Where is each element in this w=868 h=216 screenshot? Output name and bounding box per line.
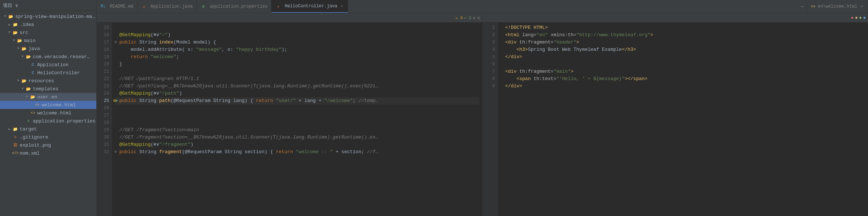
tab-readme[interactable]: M↓ README.md: [97, 0, 138, 13]
tab-close-hello-controller[interactable]: ×: [340, 4, 344, 9]
line-numbers-right: 1 2 3 4 5 6 7 8 9: [483, 23, 498, 216]
tree-item-user-en[interactable]: ▼ 📂 user.en: [0, 93, 96, 101]
tab-hello-controller[interactable]: ☕ HelloController.java ×: [271, 0, 348, 13]
code-text-16: @GetMapping(⊕∨"/"): [119, 31, 171, 39]
file-tree-panel: 项目 ∨ ▼ 📂 spring-view-manipulation-master…: [0, 0, 97, 216]
tab-label-hello-controller: HelloController.java: [285, 4, 337, 9]
line-num: 23: [97, 83, 109, 90]
tree-item-welcome-html-selected[interactable]: ▶ <> welcome.html: [0, 101, 96, 109]
right-editor-pane: ● ● ● ● 1 2 3 4 5 6 7 8 9: [483, 13, 868, 216]
line-numbers-left: 15 16 17 18 19 20 21 22 23 24 25 26 27 2…: [97, 23, 112, 216]
line-num: 18: [97, 46, 109, 53]
folder-open-icon: 📂: [21, 46, 27, 52]
tree-label: com.veracode.resear…: [33, 54, 90, 60]
tab-close-welcome[interactable]: ×: [859, 4, 864, 9]
tree-label: HelloController: [37, 70, 80, 76]
tree-item-spring-root[interactable]: ▼ 📂 spring-view-manipulation-master: [0, 12, 96, 20]
line-num: 1: [483, 24, 495, 31]
code-line-26: [115, 105, 479, 112]
line-num: 7: [483, 68, 495, 75]
gutter-25: ⚙ ▶: [112, 97, 119, 105]
expand-arrow: ▼: [7, 30, 12, 35]
code-text-29: //GET /fragment?section=main: [119, 126, 199, 134]
class-icon: C: [30, 62, 36, 68]
toolbar-down[interactable]: ∨: [477, 15, 480, 21]
code-text-25: public String path(@RequestParam String …: [119, 97, 378, 105]
tree-label: exploit.png: [20, 143, 51, 148]
tab-welcome-html[interactable]: <> en\welcome.html ×: [807, 0, 868, 13]
tree-item-nom-xml[interactable]: ▶ </> nom.xml: [0, 149, 96, 157]
main-editor-area: M↓ README.md ☕ Application.java ⚙ applic…: [97, 0, 868, 216]
tree-item-idea[interactable]: ▶ 📁 .idea: [0, 20, 96, 29]
toolbar-up[interactable]: ∧: [473, 15, 476, 21]
code-text-32: public String fragment(@RequestParam Str…: [119, 148, 378, 156]
code-text-26: [119, 105, 122, 112]
tree-item-exploit-png[interactable]: ▶ 🖼 exploit.png: [0, 141, 96, 149]
left-editor-scroll[interactable]: 15 16 17 18 19 20 21 22 23 24 25 26 27 2…: [97, 23, 482, 216]
right-toolbar-dot1: ●: [851, 15, 853, 20]
code-text-28: [119, 119, 122, 126]
tree-label: src: [20, 30, 28, 35]
tree-item-java[interactable]: ▼ 📂 java: [0, 45, 96, 53]
ok-badge: ✓ 2: [464, 15, 471, 20]
code-line-r1: <!DOCTYPE HTML>: [501, 24, 865, 31]
tree-item-resources[interactable]: ▼ 📂 resources: [0, 77, 96, 85]
tree-label: java: [28, 46, 40, 52]
code-text-23: //GET /path?lang=__$%7bnew%20java.util.S…: [119, 83, 378, 90]
html-tab-icon: <>: [811, 4, 815, 9]
code-text-30: //GET /fragment?section=__$%7bnew%20java…: [119, 134, 378, 141]
left-editor-toolbar: ⚠ 3 ✓ 2 ∧ ∨: [97, 13, 482, 23]
split-editors: ⚠ 3 ✓ 2 ∧ ∨ 15 16 17 18 19 20 21 22: [97, 13, 868, 216]
tree-item-main[interactable]: ▼ 📂 main: [0, 37, 96, 45]
expand-arrow: ▶: [7, 22, 12, 27]
gutter-warning-25: ⚙: [113, 97, 116, 105]
html-icon: <>: [34, 102, 40, 108]
tree-item-target[interactable]: ▶ 📁 target: [0, 125, 96, 133]
tree-item-application[interactable]: ▶ C Application: [0, 61, 96, 69]
expand-arrow: ▼: [20, 54, 25, 59]
code-line-32: ⚙ public String fragment(@RequestParam S…: [115, 148, 479, 156]
tree-item-src[interactable]: ▼ 📂 src: [0, 29, 96, 37]
line-num: 3: [483, 39, 495, 46]
code-text-19: return "welcome";: [119, 53, 179, 61]
tree-label: templates: [33, 86, 58, 92]
tree-item-hellocontroller[interactable]: ▶ C HelloController: [0, 69, 96, 77]
code-line-22: //GET /path?lang=en HTTP/1.1: [115, 75, 479, 83]
code-line-r4: <h3>Spring Boot Web Thymeleaf Example</h…: [501, 46, 865, 53]
file-tree[interactable]: ▼ 📂 spring-view-manipulation-master ▶ 📁 …: [0, 11, 96, 216]
gutter-17: ⚙: [112, 39, 119, 46]
line-num: 2: [483, 31, 495, 39]
code-content-right[interactable]: <!DOCTYPE HTML> <html lang="en" xmlns:th…: [498, 23, 868, 216]
tab-application-props[interactable]: ⚙ application.properties: [197, 0, 271, 13]
line-num: 32: [97, 148, 109, 156]
code-text-r1: <!DOCTYPE HTML>: [505, 24, 548, 31]
tab-label-application: Application.java: [151, 4, 193, 9]
tab-application-java[interactable]: ☕ Application.java: [138, 0, 197, 13]
code-text-r3: <div th:fragment="header">: [505, 39, 579, 46]
right-editor-scroll[interactable]: 1 2 3 4 5 6 7 8 9: [483, 23, 868, 216]
gutter-32: ⚙: [112, 148, 119, 156]
line-num: 25: [97, 97, 109, 105]
gutter-icon-17: ⚙: [115, 39, 117, 46]
sidebar-header: 项目 ∨: [0, 0, 96, 11]
tree-item-app-props[interactable]: ▶ ≡ application.properties: [0, 117, 96, 125]
code-content-left[interactable]: @GetMapping(⊕∨"/") ⚙ public String index…: [112, 23, 482, 216]
java-icon-active: ☕: [275, 3, 281, 9]
warning-badge: ⚠ 3: [455, 15, 463, 20]
code-text-31: @GetMapping(⊕∨"/fragment"): [119, 141, 193, 148]
line-num: 30: [97, 134, 109, 141]
code-line-r2: <html lang="en" xmlns:th="http://www.thy…: [501, 31, 865, 39]
line-num: 8: [483, 75, 495, 83]
tree-item-com[interactable]: ▼ 📂 com.veracode.resear…: [0, 53, 96, 61]
code-text-20: }: [119, 61, 122, 68]
tree-item-gitignore[interactable]: ▶ ⊘ .gitignore: [0, 133, 96, 141]
expand-arrow: ▶: [7, 127, 12, 131]
tab-bar: M↓ README.md ☕ Application.java ⚙ applic…: [97, 0, 868, 13]
tab-overflow-menu[interactable]: ⋯: [798, 0, 807, 13]
folder-icon: 📁: [12, 22, 18, 27]
code-text-r5: </div>: [505, 53, 522, 61]
tree-item-templates[interactable]: ▼ 📂 templates: [0, 85, 96, 93]
line-num: 26: [97, 105, 109, 112]
code-text-18: model.addAttribute( s: "message", o: "ha…: [119, 46, 287, 53]
tree-item-welcome-html[interactable]: ▶ <> welcome.html: [0, 109, 96, 117]
